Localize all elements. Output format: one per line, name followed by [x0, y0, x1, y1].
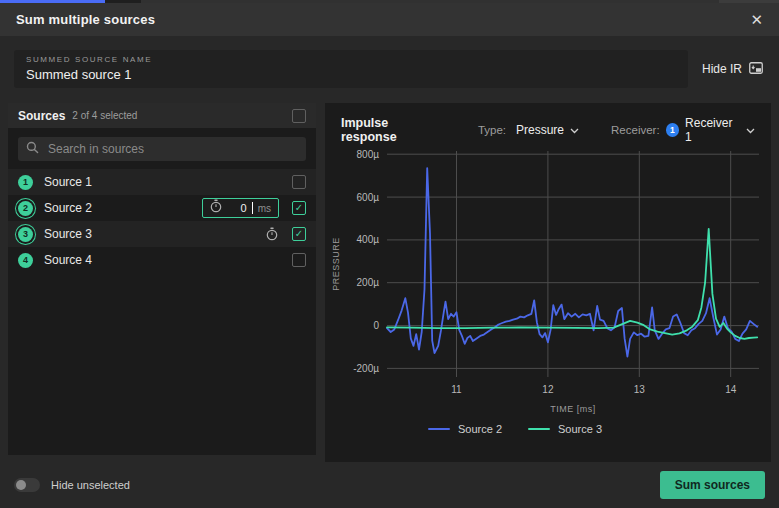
svg-text:12: 12 — [542, 384, 554, 395]
chart-canvas: 800µ600µ400µ200µ0-200µ11121314TIME [ms]P… — [329, 141, 765, 419]
type-dropdown[interactable]: Type: Pressure — [478, 123, 579, 137]
hide-ir-button[interactable]: Hide IR — [702, 62, 765, 77]
svg-text:11: 11 — [451, 384, 462, 395]
source-2-badge: 2 — [18, 201, 33, 216]
search-icon — [26, 140, 39, 158]
source-1-label: Source 1 — [44, 175, 281, 189]
select-all-checkbox[interactable] — [292, 109, 306, 123]
type-label: Type: — [478, 124, 506, 136]
legend-label-source-3: Source 3 — [558, 423, 602, 435]
hide-ir-label: Hide IR — [702, 62, 742, 76]
svg-text:800µ: 800µ — [357, 149, 380, 160]
source-4-checkbox[interactable] — [292, 253, 306, 267]
search-input[interactable] — [46, 141, 298, 157]
source-4-badge: 4 — [18, 253, 33, 268]
impulse-response-panel: Impulse response Type: Pressure Receiver… — [325, 103, 771, 462]
hide-unselected-toggle[interactable] — [14, 478, 40, 492]
summed-source-name-label: SUMMED SOURCE NAME — [26, 55, 676, 64]
sources-panel: Sources 2 of 4 selected 1 Source 1 2 Sou… — [8, 103, 316, 455]
sources-panel-header: Sources 2 of 4 selected — [8, 103, 316, 128]
source-2-label: Source 2 — [44, 201, 191, 215]
text-caret — [252, 202, 253, 214]
source-4-label: Source 4 — [44, 253, 281, 267]
svg-text:-200µ: -200µ — [353, 363, 379, 374]
sources-selected-count: 2 of 4 selected — [72, 110, 137, 121]
stopwatch-icon — [210, 199, 222, 217]
receiver-dropdown[interactable]: 1 Receiver 1 — [666, 116, 755, 144]
dialog-footer: Hide unselected Sum sources — [0, 462, 779, 508]
svg-text:200µ: 200µ — [357, 277, 380, 288]
hide-panel-icon — [749, 62, 763, 77]
svg-text:14: 14 — [725, 384, 737, 395]
source-3-checkbox[interactable]: ✓ — [292, 227, 306, 241]
receiver-label: Receiver: — [611, 124, 660, 136]
source-2-delay-input[interactable]: 0 ms — [202, 198, 279, 218]
toggle-knob — [16, 480, 26, 490]
legend-line-source-2 — [428, 428, 450, 430]
legend-label-source-2: Source 2 — [458, 423, 502, 435]
source-2-checkbox[interactable]: ✓ — [292, 201, 306, 215]
source-row-3[interactable]: 3 Source 3 ✓ — [8, 221, 316, 247]
source-3-delay-stopwatch-icon[interactable] — [266, 227, 278, 241]
delay-unit: ms — [258, 203, 271, 214]
source-3-badge: 3 — [18, 227, 33, 242]
source-3-label: Source 3 — [44, 227, 255, 241]
source-1-checkbox[interactable] — [292, 175, 306, 189]
svg-text:PRESSURE: PRESSURE — [331, 237, 341, 291]
summed-source-name-field[interactable]: SUMMED SOURCE NAME Summed source 1 — [14, 50, 688, 88]
sum-sources-button[interactable]: Sum sources — [660, 471, 765, 499]
receiver-badge: 1 — [666, 123, 679, 137]
source-row-1[interactable]: 1 Source 1 — [8, 169, 316, 195]
dialog-titlebar: Sum multiple sources ✕ — [0, 3, 779, 36]
sum-sources-dialog: Sum multiple sources ✕ SUMMED SOURCE NAM… — [0, 0, 779, 508]
chevron-down-icon — [570, 123, 579, 137]
chart-title: Impulse response — [341, 116, 444, 144]
chart-header: Impulse response Type: Pressure Receiver… — [325, 103, 771, 144]
svg-text:TIME [ms]: TIME [ms] — [550, 404, 596, 414]
chart-legend: Source 2 Source 3 — [325, 423, 705, 435]
type-value: Pressure — [516, 123, 564, 137]
chevron-down-icon — [746, 123, 755, 137]
impulse-response-chart: 800µ600µ400µ200µ0-200µ11121314TIME [ms]P… — [329, 141, 765, 419]
close-icon[interactable]: ✕ — [750, 12, 763, 27]
svg-text:13: 13 — [634, 384, 646, 395]
source-row-4[interactable]: 4 Source 4 — [8, 247, 316, 273]
source-1-badge: 1 — [18, 175, 33, 190]
dialog-title: Sum multiple sources — [16, 12, 155, 27]
source-row-2[interactable]: 2 Source 2 0 ms ✓ — [8, 195, 316, 221]
hide-unselected-label: Hide unselected — [51, 479, 130, 491]
legend-item-source-3: Source 3 — [528, 423, 602, 435]
svg-text:600µ: 600µ — [357, 192, 380, 203]
svg-text:400µ: 400µ — [357, 234, 380, 245]
legend-line-source-3 — [528, 428, 550, 430]
sources-panel-title: Sources — [18, 109, 65, 123]
delay-value[interactable]: 0 — [241, 202, 247, 214]
hide-unselected-toggle-group[interactable]: Hide unselected — [14, 478, 130, 492]
source-search-box[interactable] — [18, 137, 306, 161]
receiver-value: Receiver 1 — [685, 116, 740, 144]
name-row: SUMMED SOURCE NAME Summed source 1 Hide … — [14, 50, 765, 88]
summed-source-name-value[interactable]: Summed source 1 — [26, 67, 676, 82]
legend-item-source-2: Source 2 — [428, 423, 502, 435]
svg-text:0: 0 — [373, 320, 379, 331]
